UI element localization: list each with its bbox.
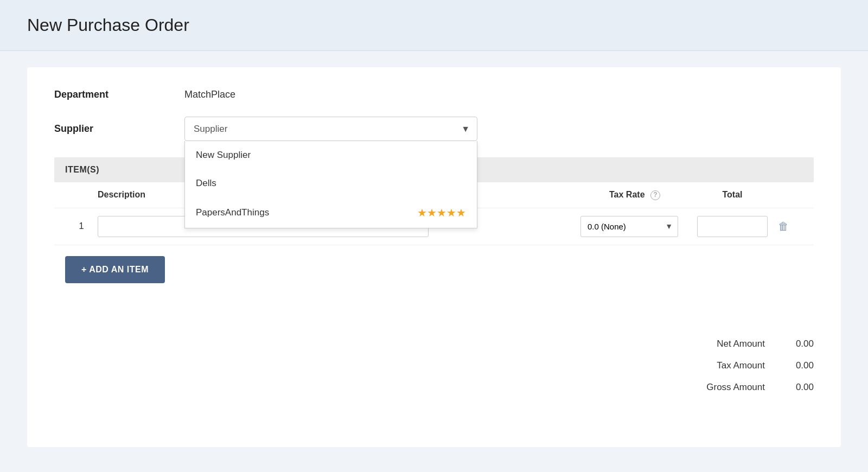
col-header-tax-rate-label: Tax Rate [609,190,645,199]
row-tax-rate-cell: 0.0 (None) ▼ [580,216,689,237]
tax-help-icon[interactable]: ? [650,190,660,200]
department-value: MatchPlace [184,89,235,100]
dropdown-item-papers[interactable]: PapersAndThings ★★★★★ [185,197,477,228]
dropdown-item-papers-stars: ★★★★★ [417,206,466,219]
tax-amount-value: 0.00 [781,360,814,371]
supplier-group: Supplier Supplier New Supplier Dells Pap… [54,117,814,141]
col-header-total: Total [689,190,776,200]
dropdown-item-new-supplier-label: New Supplier [196,150,251,161]
supplier-select[interactable]: Supplier New Supplier Dells PapersAndThi… [184,117,477,141]
page-header: New Purchase Order [0,0,868,51]
gross-amount-value: 0.00 [781,382,814,393]
tax-amount-label: Tax Amount [678,360,765,371]
dropdown-item-papers-label: PapersAndThings [196,207,269,218]
row-number: 1 [65,221,98,232]
tax-select-container: 0.0 (None) ▼ [580,216,678,237]
gross-amount-row: Gross Amount 0.00 [678,382,814,393]
net-amount-row: Net Amount 0.00 [678,339,814,349]
net-amount-value: 0.00 [781,339,814,349]
tax-rate-select[interactable]: 0.0 (None) [580,216,678,237]
row-total-cell [689,216,776,237]
dropdown-item-dells[interactable]: Dells [185,169,477,197]
delete-row-button[interactable]: 🗑 [776,218,791,235]
dropdown-item-dells-label: Dells [196,178,216,189]
add-item-button[interactable]: + ADD AN ITEM [65,256,165,283]
total-input[interactable] [697,216,768,237]
tax-amount-row: Tax Amount 0.00 [678,360,814,371]
supplier-label: Supplier [54,123,184,135]
page-content: Department MatchPlace Supplier Supplier … [27,67,841,447]
col-header-empty2 [505,190,580,200]
col-header-num [65,190,98,200]
totals-section: Net Amount 0.00 Tax Amount 0.00 Gross Am… [678,339,814,404]
row-action-cell: 🗑 [776,218,803,235]
gross-amount-label: Gross Amount [678,382,765,393]
department-group: Department MatchPlace [54,89,814,100]
supplier-dropdown: New Supplier Dells PapersAndThings ★★★★★ [184,141,477,228]
col-header-action [776,190,803,200]
supplier-select-container: Supplier New Supplier Dells PapersAndThi… [184,117,477,141]
net-amount-label: Net Amount [678,339,765,349]
page-title: New Purchase Order [27,15,841,35]
col-header-tax-rate: Tax Rate ? [580,190,689,200]
department-label: Department [54,89,184,100]
dropdown-item-new-supplier[interactable]: New Supplier [185,141,477,169]
